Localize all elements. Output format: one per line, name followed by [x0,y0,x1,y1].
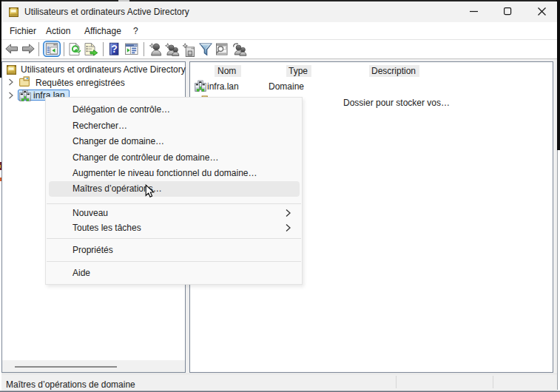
svg-text:?: ? [111,43,118,55]
